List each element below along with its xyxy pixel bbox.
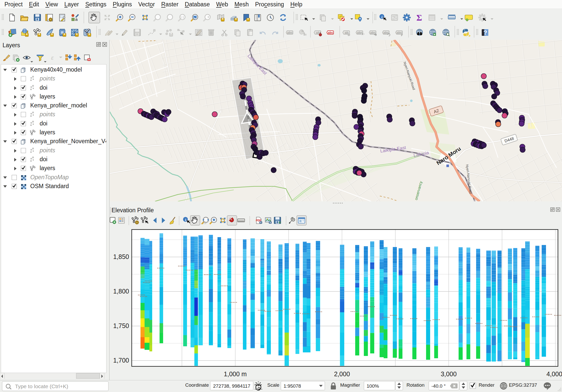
svg-text:a: a xyxy=(75,17,78,22)
svg-text:*: * xyxy=(170,32,172,37)
svg-text:*: * xyxy=(222,17,224,22)
svg-text:*: * xyxy=(88,32,90,37)
svg-text:1,000 m: 1,000 m xyxy=(224,370,247,378)
svg-text:*: * xyxy=(26,32,28,37)
svg-text:1:1: 1:1 xyxy=(180,16,184,19)
svg-text:*: * xyxy=(235,17,237,22)
svg-text:abc: abc xyxy=(287,31,293,35)
svg-text:abc: abc xyxy=(328,31,333,35)
svg-text:3,000: 3,000 xyxy=(441,370,457,378)
svg-text:1,750: 1,750 xyxy=(113,322,129,329)
svg-text:1,700: 1,700 xyxy=(113,357,129,364)
svg-text:abc: abc xyxy=(397,31,402,35)
svg-text:*: * xyxy=(247,17,249,22)
svg-text:*: * xyxy=(76,32,78,37)
svg-text:4,000: 4,000 xyxy=(547,370,562,378)
svg-text:1,800: 1,800 xyxy=(113,288,129,295)
svg-text:*: * xyxy=(64,32,65,37)
svg-text:ε: ε xyxy=(51,54,54,61)
svg-text:*: * xyxy=(51,32,53,37)
svg-text:1,850: 1,850 xyxy=(113,253,129,260)
svg-text:Σ: Σ xyxy=(416,13,422,22)
svg-text:abc: abc xyxy=(383,31,389,35)
svg-text:*: * xyxy=(38,32,40,37)
svg-text:2,000: 2,000 xyxy=(334,370,350,378)
svg-text:?: ? xyxy=(483,29,487,36)
svg-text:abc: abc xyxy=(370,31,376,35)
